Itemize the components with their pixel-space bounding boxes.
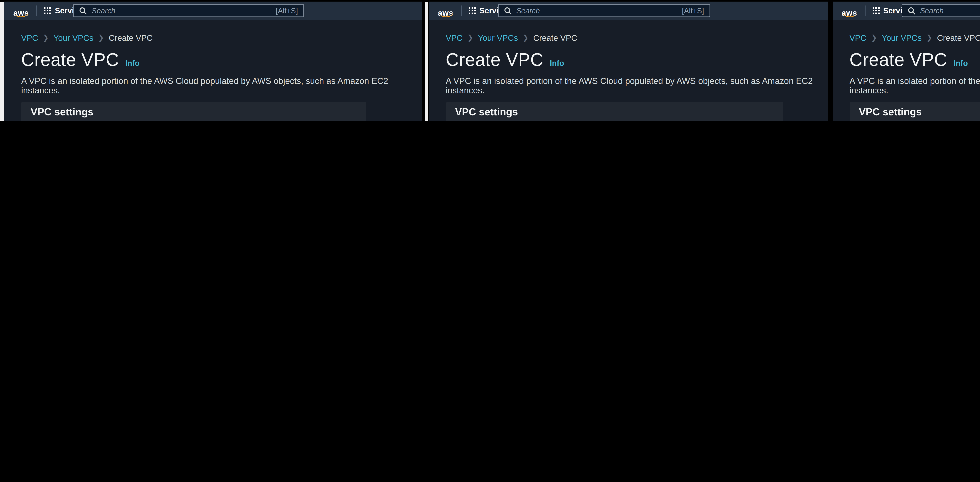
nav-search-input[interactable]: Search [Alt+S] — [73, 4, 304, 17]
page-description: A VPC is an isolated portion of the AWS … — [850, 76, 980, 95]
aws-logo[interactable]: aws — [842, 5, 859, 16]
title-info-link[interactable]: Info — [550, 59, 564, 67]
desktop-stage: aws Services Search — [0, 0, 980, 121]
breadcrumb-separator-icon: ❯ — [523, 34, 528, 41]
breadcrumb-your-vpcs[interactable]: Your VPCs — [882, 33, 922, 42]
vpc-settings-card: VPC settings Resources to create Info Cr… — [21, 102, 366, 121]
services-grid-icon — [872, 7, 879, 14]
search-placeholder: Search — [516, 6, 677, 15]
search-icon — [907, 7, 915, 14]
services-grid-icon — [468, 7, 476, 14]
search-shortcut-hint: [Alt+S] — [276, 6, 298, 15]
breadcrumb-current: Create VPC — [109, 33, 153, 42]
breadcrumb-separator-icon: ❯ — [871, 34, 877, 41]
window-scrollbar[interactable] — [425, 2, 428, 121]
breadcrumb-separator-icon: ❯ — [98, 34, 104, 41]
search-icon — [79, 7, 87, 14]
nav-divider — [864, 5, 865, 16]
breadcrumb: VPC ❯ Your VPCs ❯ Create VPC — [21, 33, 422, 42]
title-info-link[interactable]: Info — [953, 59, 968, 67]
page-title: Create VPC — [446, 49, 544, 70]
vpc-settings-heading: VPC settings — [30, 106, 357, 118]
nav-search-input[interactable]: Search [Alt+S] — [901, 4, 980, 17]
search-placeholder: Search — [92, 6, 271, 15]
nav-search-input[interactable]: Search [Alt+S] — [498, 4, 710, 17]
top-navigation: aws Services Search — [428, 2, 828, 20]
breadcrumb-your-vpcs[interactable]: Your VPCs — [478, 33, 518, 42]
page-title: Create VPC — [21, 49, 119, 70]
breadcrumb-your-vpcs[interactable]: Your VPCs — [54, 33, 94, 42]
aws-console-window: aws Services Search — [4, 2, 422, 121]
search-placeholder: Search — [920, 6, 980, 15]
search-shortcut-hint: [Alt+S] — [682, 6, 704, 15]
breadcrumb-separator-icon: ❯ — [467, 34, 473, 41]
vpc-settings-card: VPC settings Resources to create Info Cr… — [446, 102, 783, 121]
nav-divider — [36, 5, 37, 16]
breadcrumb-vpc[interactable]: VPC — [21, 33, 38, 42]
breadcrumb: VPC ❯ Your VPCs ❯ Create VPC — [446, 33, 828, 42]
breadcrumb-current: Create VPC — [937, 33, 980, 42]
vpc-settings-heading: VPC settings — [859, 106, 980, 118]
breadcrumb-current: Create VPC — [533, 33, 577, 42]
top-navigation: aws Services Search — [4, 2, 422, 20]
title-info-link[interactable]: Info — [125, 59, 140, 67]
breadcrumb-vpc[interactable]: VPC — [446, 33, 463, 42]
aws-logo[interactable]: aws — [438, 5, 455, 16]
vpc-settings-heading: VPC settings — [455, 106, 773, 118]
page-description: A VPC is an isolated portion of the AWS … — [446, 76, 828, 95]
breadcrumb-separator-icon: ❯ — [43, 34, 49, 41]
breadcrumb-vpc[interactable]: VPC — [850, 33, 866, 42]
page-title: Create VPC — [850, 49, 947, 70]
breadcrumb-separator-icon: ❯ — [926, 34, 932, 41]
breadcrumb: VPC ❯ Your VPCs ❯ Create VPC — [850, 33, 980, 42]
page-description: A VPC is an isolated portion of the AWS … — [21, 76, 422, 95]
aws-logo[interactable]: aws — [13, 5, 30, 16]
window-scrollbar[interactable] — [0, 2, 3, 121]
vpc-settings-card: VPC settings Resources to create Info Cr… — [850, 102, 980, 121]
search-icon — [504, 7, 512, 14]
services-grid-icon — [44, 7, 51, 14]
nav-divider — [461, 5, 461, 16]
aws-console-window: aws Services Search — [428, 2, 828, 121]
top-navigation: aws Services Search — [832, 2, 980, 20]
aws-console-window: aws Services Search — [832, 2, 980, 121]
